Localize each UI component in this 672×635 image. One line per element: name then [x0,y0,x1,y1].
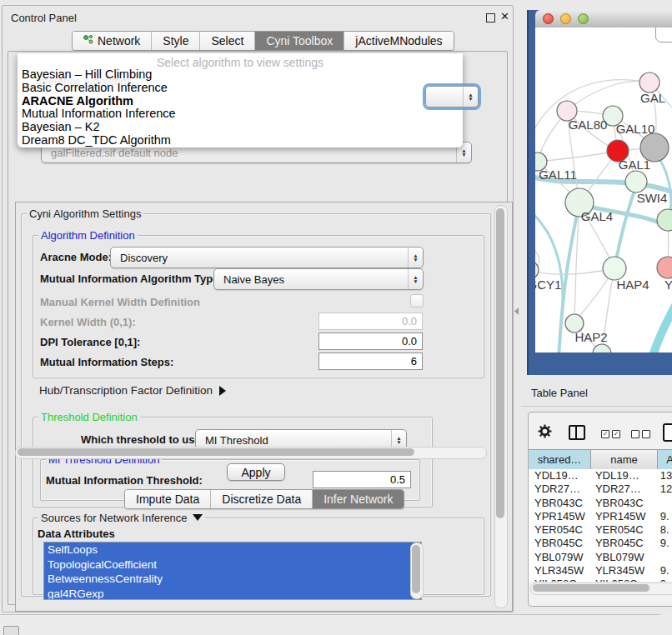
column-header-shared[interactable]: shared… [529,450,591,469]
table-row[interactable]: YER054CYER054C8. [529,523,672,537]
data-attributes-list[interactable]: SelfLoopsTopologicalCoefficientBetweenne… [43,542,422,600]
close-traffic-button[interactable] [543,13,554,24]
network-edge[interactable] [538,151,618,162]
network-edge[interactable] [644,302,672,352]
table-row[interactable]: YBL079WYBL079W [529,551,672,564]
node-hap4[interactable] [603,257,626,280]
node-label-gal10: GAL10 [616,122,655,136]
splitter-collapse-handle[interactable] [514,308,519,315]
table-cell: YPR145W [589,510,654,523]
table-cell: YBR043C [529,497,589,510]
table-settings-gear-icon[interactable] [538,424,552,441]
mi-steps-field[interactable] [318,352,423,370]
node-salmon[interactable] [657,257,672,278]
zoom-traffic-button[interactable] [578,13,589,24]
network-edge[interactable] [654,152,671,216]
close-icon[interactable]: ✕ [500,10,509,22]
table-cell: YIL052C [529,578,589,582]
mi-type-label: Mutual Information Algorithm Type: [40,272,223,285]
show-columns-icon[interactable] [569,425,585,440]
network-window-titlebar[interactable] [535,10,672,28]
table-cell: YDR27… [529,482,589,496]
table-cell: YBL079W [529,551,589,564]
algorithm-option-mutual-information-inference[interactable]: Mutual Information Inference [18,108,463,121]
which-threshold-value: MI Threshold [196,434,391,447]
attribute-item-gal4rgexp[interactable]: gal4RGexp [44,587,421,601]
attribute-item-betweennesscentrality[interactable]: BetweennessCentrality [44,572,421,587]
table-row[interactable]: YBR045CYBR045C9. [529,537,672,550]
hub-definition-label: Hub/Transcription Factor Definition [39,384,213,397]
tab-jactivemnodules[interactable]: jActiveMNodules [344,32,453,50]
hub-definition-toggle[interactable]: Hub/Transcription Factor Definition [39,384,226,397]
table-row[interactable]: YLR345WYLR345W9. [529,564,672,578]
algorithm-definition-title: Algorithm Definition [38,229,138,242]
tab-network[interactable]: Network [73,32,152,50]
node-bottom-partial[interactable] [593,344,611,352]
node-label-gal: GAL [640,91,665,105]
node-gcy1[interactable] [535,261,539,279]
tab-label: Discretize Data [222,492,301,506]
attributes-scrollbar[interactable] [410,542,424,599]
mi-threshold-field[interactable] [313,471,411,488]
export-table-icon[interactable] [663,423,672,442]
node-gal-top[interactable] [639,72,659,92]
table-row[interactable]: YDL19…YDL19…13 [529,469,672,482]
algorithm-option-dream8-dc-tdc-algorithm[interactable]: Dream8 DC_TDC Algorithm [18,134,463,148]
table-cell: 13 [654,469,672,482]
table-body: YDL19…YDL19…13YDR27…YDR27…12YBR043CYBR04… [529,469,672,582]
table-row[interactable]: YPR145WYPR145W9. [529,510,672,523]
mi-type-combo[interactable]: Naive Bayes ▲▼ [213,268,424,290]
algorithm-option-aracne-algorithm[interactable]: ARACNE Algorithm [18,95,463,108]
inference-algorithm-combo-fragment[interactable]: ▲▼ [425,86,479,108]
column-header-name[interactable]: name [591,450,658,469]
settings-horizontal-scrollbar[interactable] [15,447,487,459]
kernel-width-label: Kernel Width (0,1): [40,316,136,328]
node-label-gal80: GAL80 [569,118,608,132]
mi-threshold-label: Mutual Information Threshold: [46,474,203,487]
algorithm-option-bayesian-k2[interactable]: Bayesian – K2 [18,121,463,134]
dpi-tolerance-field[interactable] [318,332,423,350]
float-window-icon[interactable] [486,13,495,22]
collapsed-panel-button[interactable] [3,626,19,635]
table-cell: 9 [654,578,672,582]
tab-select[interactable]: Select [200,32,255,50]
table-row[interactable]: YIL052CYIL052C9 [529,578,672,582]
node-label-hap2: HAP2 [574,330,607,344]
apply-button[interactable]: Apply [227,463,285,481]
popup-placeholder-text: Select algorithm to view settings [18,53,463,68]
tab-label: Select [211,34,243,48]
network-edge[interactable] [535,80,649,152]
column-header-a[interactable]: A [658,450,672,469]
tab-style[interactable]: Style [152,32,200,50]
settings-vertical-scrollbar[interactable] [494,205,508,608]
attribute-item-selfloops[interactable]: SelfLoops [44,542,421,558]
mi-type-value: Naive Bayes [214,273,408,286]
network-graph[interactable]: GALGAL80GAL10GAL1GAL11SWI4GAL4GCY1HAP4YH… [535,28,672,352]
table-cell: YDR27… [589,482,654,496]
table-row[interactable]: YDR27…YDR27…12 [529,482,672,496]
tab-impute-data[interactable]: Impute Data [125,490,211,508]
manual-kernel-checkbox[interactable] [410,294,424,308]
control-panel-title: Control Panel [11,12,77,24]
network-canvas[interactable]: GALGAL80GAL10GAL1GAL11SWI4GAL4GCY1HAP4YH… [535,28,672,352]
occluded-inference-algorithm-label: Inference Algorithm [36,75,129,88]
tab-discretize-data[interactable]: Discretize Data [211,490,313,508]
table-cell: YIL052C [589,578,654,582]
aracne-mode-combo[interactable]: Discovery ▲▼ [110,247,424,268]
table-row[interactable]: YBR043CYBR043C [529,497,672,510]
network-edge[interactable] [614,184,637,268]
node-green-right[interactable] [657,209,672,231]
attribute-item-topologicalcoefficient[interactable]: TopologicalCoefficient [44,558,421,572]
table-horizontal-scrollbar[interactable] [530,582,672,595]
node-swi4[interactable] [625,171,647,192]
table-panel-title: Table Panel [531,387,588,399]
node-label-gal1: GAL1 [619,158,650,172]
deselect-all-columns-icon[interactable] [631,427,650,439]
dpi-tolerance-label: DPI Tolerance [0,1]: [40,336,140,348]
cyni-bottom-tabbar: Impute DataDiscretize DataInfer Network [124,489,404,509]
tab-infer-network[interactable]: Infer Network [313,490,404,508]
select-all-columns-icon[interactable]: ✓✓ [601,427,620,439]
tab-cyni-toolbox[interactable]: Cyni Toolbox [255,32,344,50]
kernel-width-field[interactable] [318,312,423,330]
minimize-traffic-button[interactable] [560,13,571,24]
